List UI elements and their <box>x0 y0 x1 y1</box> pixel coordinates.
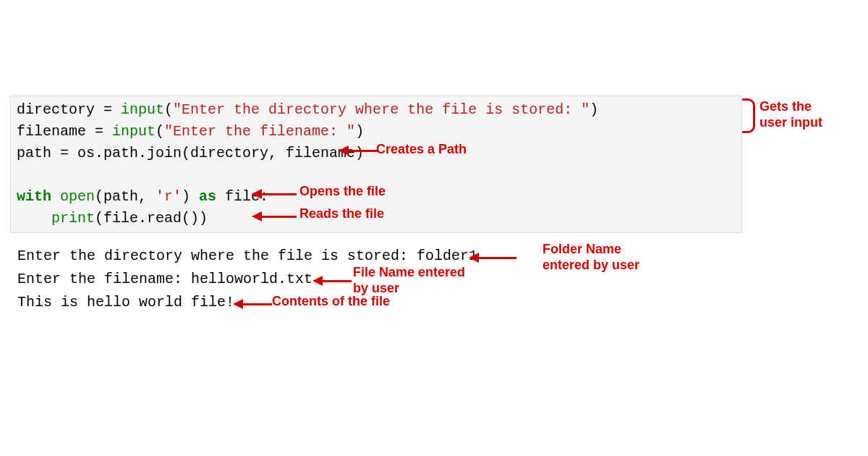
arrow-icon <box>252 211 297 221</box>
arrow-icon <box>312 276 352 286</box>
brace-icon <box>742 98 755 133</box>
arrow-icon <box>233 299 272 309</box>
annotation-folder-name: Folder Name entered by user <box>542 242 639 273</box>
code-line-blank <box>17 164 736 186</box>
code-fn: print <box>51 210 95 227</box>
arrow-icon <box>339 145 378 156</box>
code-paren: ) <box>590 101 598 118</box>
code-var: filename <box>17 123 95 140</box>
code-paren: ) <box>355 123 364 140</box>
code-fn: input <box>112 123 156 140</box>
annotation-creates-path: Creates a Path <box>376 142 467 158</box>
code-paren: ( <box>156 123 164 140</box>
annotation-contents: Contents of the file <box>272 294 390 310</box>
arrow-icon <box>469 253 516 263</box>
code-line-2: filename = input("Enter the filename: ") <box>17 121 736 143</box>
code-str: "Enter the directory where the file is s… <box>173 101 590 118</box>
code-line-1: directory = input("Enter the directory w… <box>17 99 736 121</box>
code-kw: as <box>199 188 216 205</box>
code-str: "Enter the filename: " <box>164 123 355 140</box>
code-fn: input <box>121 101 164 118</box>
code-kw: with <box>17 188 51 205</box>
annotation-reads-file: Reads the file <box>299 206 384 222</box>
annotation-file-name: File Name entered by user <box>353 265 465 296</box>
code-var: directory <box>17 101 103 118</box>
code-fn: open <box>60 188 95 205</box>
code-op: = <box>95 123 112 140</box>
annotation-gets-input: Gets the user input <box>760 99 822 130</box>
arrow-icon <box>252 189 297 199</box>
code-str: 'r' <box>156 188 182 205</box>
code-op: = <box>103 101 121 118</box>
code-text: path = os.path.join(directory, filename) <box>17 145 364 161</box>
annotation-opens-file: Opens the file <box>299 184 386 200</box>
code-paren: ( <box>164 101 173 118</box>
